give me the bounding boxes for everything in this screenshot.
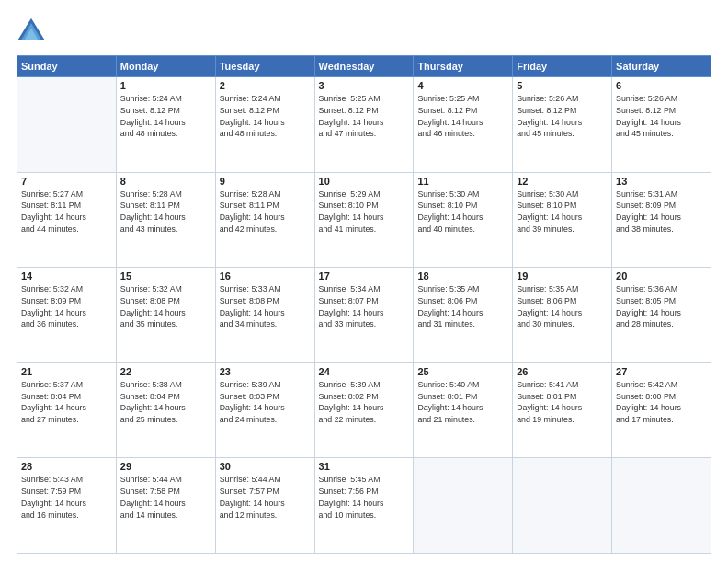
- page: SundayMondayTuesdayWednesdayThursdayFrid…: [0, 0, 728, 563]
- day-info: Sunrise: 5:28 AM Sunset: 8:11 PM Dayligh…: [220, 189, 311, 236]
- day-number: 19: [517, 270, 608, 282]
- day-info: Sunrise: 5:33 AM Sunset: 8:08 PM Dayligh…: [220, 283, 311, 330]
- day-info: Sunrise: 5:24 AM Sunset: 8:12 PM Dayligh…: [220, 93, 311, 140]
- day-info: Sunrise: 5:35 AM Sunset: 8:06 PM Dayligh…: [417, 283, 508, 330]
- day-header-tuesday: Tuesday: [215, 56, 314, 77]
- calendar-cell: 23Sunrise: 5:39 AM Sunset: 8:03 PM Dayli…: [215, 362, 314, 458]
- calendar-cell: 12Sunrise: 5:30 AM Sunset: 8:10 PM Dayli…: [513, 172, 612, 268]
- calendar-cell: 31Sunrise: 5:45 AM Sunset: 7:56 PM Dayli…: [314, 458, 414, 554]
- day-info: Sunrise: 5:32 AM Sunset: 8:08 PM Dayligh…: [120, 283, 211, 330]
- calendar-cell: 11Sunrise: 5:30 AM Sunset: 8:10 PM Dayli…: [414, 172, 513, 268]
- calendar-cell: 21Sunrise: 5:37 AM Sunset: 8:04 PM Dayli…: [17, 362, 117, 458]
- day-header-saturday: Saturday: [612, 56, 711, 77]
- calendar-cell: 3Sunrise: 5:25 AM Sunset: 8:12 PM Daylig…: [314, 77, 414, 173]
- calendar-cell: 26Sunrise: 5:41 AM Sunset: 8:01 PM Dayli…: [513, 362, 612, 458]
- day-number: 6: [616, 80, 707, 91]
- calendar-cell: 6Sunrise: 5:26 AM Sunset: 8:12 PM Daylig…: [612, 77, 711, 173]
- day-info: Sunrise: 5:40 AM Sunset: 8:01 PM Dayligh…: [417, 379, 508, 426]
- calendar-cell: 4Sunrise: 5:25 AM Sunset: 8:12 PM Daylig…: [414, 77, 513, 173]
- calendar-cell: 5Sunrise: 5:26 AM Sunset: 8:12 PM Daylig…: [513, 77, 612, 173]
- day-info: Sunrise: 5:38 AM Sunset: 8:04 PM Dayligh…: [120, 379, 211, 426]
- day-number: 17: [319, 270, 410, 282]
- day-number: 25: [417, 366, 508, 377]
- day-number: 21: [21, 366, 112, 377]
- day-number: 27: [616, 366, 707, 377]
- day-info: Sunrise: 5:29 AM Sunset: 8:10 PM Dayligh…: [319, 189, 410, 236]
- day-number: 16: [220, 270, 311, 282]
- day-number: 24: [319, 366, 410, 377]
- day-number: 30: [220, 461, 311, 472]
- day-number: 14: [21, 270, 112, 282]
- week-row-1: 1Sunrise: 5:24 AM Sunset: 8:12 PM Daylig…: [17, 77, 711, 173]
- day-info: Sunrise: 5:31 AM Sunset: 8:09 PM Dayligh…: [616, 189, 707, 236]
- day-info: Sunrise: 5:39 AM Sunset: 8:03 PM Dayligh…: [220, 379, 311, 426]
- calendar-cell: 8Sunrise: 5:28 AM Sunset: 8:11 PM Daylig…: [116, 172, 215, 268]
- calendar-cell: [414, 458, 513, 554]
- calendar-cell: 28Sunrise: 5:43 AM Sunset: 7:59 PM Dayli…: [17, 458, 117, 554]
- calendar-cell: 7Sunrise: 5:27 AM Sunset: 8:11 PM Daylig…: [17, 172, 117, 268]
- day-number: 13: [616, 176, 707, 187]
- day-number: 1: [120, 80, 211, 91]
- day-info: Sunrise: 5:26 AM Sunset: 8:12 PM Dayligh…: [616, 93, 707, 140]
- day-info: Sunrise: 5:44 AM Sunset: 7:57 PM Dayligh…: [220, 474, 311, 521]
- calendar-cell: 9Sunrise: 5:28 AM Sunset: 8:11 PM Daylig…: [215, 172, 314, 268]
- calendar-cell: 1Sunrise: 5:24 AM Sunset: 8:12 PM Daylig…: [116, 77, 215, 173]
- calendar-cell: 17Sunrise: 5:34 AM Sunset: 8:07 PM Dayli…: [314, 268, 414, 363]
- day-info: Sunrise: 5:44 AM Sunset: 7:58 PM Dayligh…: [120, 474, 211, 521]
- day-number: 22: [120, 366, 211, 377]
- day-info: Sunrise: 5:42 AM Sunset: 8:00 PM Dayligh…: [616, 379, 707, 426]
- calendar-cell: 24Sunrise: 5:39 AM Sunset: 8:02 PM Dayli…: [314, 362, 414, 458]
- calendar-cell: 2Sunrise: 5:24 AM Sunset: 8:12 PM Daylig…: [215, 77, 314, 173]
- calendar-cell: [513, 458, 612, 554]
- calendar-cell: 27Sunrise: 5:42 AM Sunset: 8:00 PM Dayli…: [612, 362, 711, 458]
- day-info: Sunrise: 5:34 AM Sunset: 8:07 PM Dayligh…: [319, 283, 410, 330]
- calendar-cell: 22Sunrise: 5:38 AM Sunset: 8:04 PM Dayli…: [116, 362, 215, 458]
- calendar-cell: 13Sunrise: 5:31 AM Sunset: 8:09 PM Dayli…: [612, 172, 711, 268]
- day-info: Sunrise: 5:32 AM Sunset: 8:09 PM Dayligh…: [21, 283, 112, 330]
- day-info: Sunrise: 5:27 AM Sunset: 8:11 PM Dayligh…: [21, 189, 112, 236]
- calendar-cell: 30Sunrise: 5:44 AM Sunset: 7:57 PM Dayli…: [215, 458, 314, 554]
- calendar-table: SundayMondayTuesdayWednesdayThursdayFrid…: [17, 55, 711, 554]
- day-info: Sunrise: 5:35 AM Sunset: 8:06 PM Dayligh…: [517, 283, 608, 330]
- logo-icon: [17, 17, 46, 46]
- day-number: 29: [120, 461, 211, 472]
- day-number: 20: [616, 270, 707, 282]
- day-header-friday: Friday: [513, 56, 612, 77]
- day-info: Sunrise: 5:43 AM Sunset: 7:59 PM Dayligh…: [21, 474, 112, 521]
- logo: [17, 17, 50, 46]
- day-info: Sunrise: 5:25 AM Sunset: 8:12 PM Dayligh…: [417, 93, 508, 140]
- calendar-cell: 15Sunrise: 5:32 AM Sunset: 8:08 PM Dayli…: [116, 268, 215, 363]
- day-number: 8: [120, 176, 211, 187]
- day-number: 26: [517, 366, 608, 377]
- day-info: Sunrise: 5:26 AM Sunset: 8:12 PM Dayligh…: [517, 93, 608, 140]
- day-number: 23: [220, 366, 311, 377]
- day-header-sunday: Sunday: [17, 56, 117, 77]
- day-number: 3: [319, 80, 410, 91]
- calendar-cell: 14Sunrise: 5:32 AM Sunset: 8:09 PM Dayli…: [17, 268, 117, 363]
- day-number: 10: [319, 176, 410, 187]
- week-row-2: 7Sunrise: 5:27 AM Sunset: 8:11 PM Daylig…: [17, 172, 711, 268]
- calendar-cell: 10Sunrise: 5:29 AM Sunset: 8:10 PM Dayli…: [314, 172, 414, 268]
- day-number: 9: [220, 176, 311, 187]
- calendar-cell: 20Sunrise: 5:36 AM Sunset: 8:05 PM Dayli…: [612, 268, 711, 363]
- day-number: 28: [21, 461, 112, 472]
- day-number: 4: [417, 80, 508, 91]
- day-header-monday: Monday: [116, 56, 215, 77]
- day-number: 31: [319, 461, 410, 472]
- calendar-header: SundayMondayTuesdayWednesdayThursdayFrid…: [17, 56, 711, 77]
- day-info: Sunrise: 5:30 AM Sunset: 8:10 PM Dayligh…: [417, 189, 508, 236]
- day-number: 11: [417, 176, 508, 187]
- header: [17, 17, 711, 46]
- day-number: 12: [517, 176, 608, 187]
- day-header-wednesday: Wednesday: [314, 56, 414, 77]
- day-info: Sunrise: 5:30 AM Sunset: 8:10 PM Dayligh…: [517, 189, 608, 236]
- day-info: Sunrise: 5:24 AM Sunset: 8:12 PM Dayligh…: [120, 93, 211, 140]
- calendar-cell: [612, 458, 711, 554]
- day-number: 7: [21, 176, 112, 187]
- week-row-3: 14Sunrise: 5:32 AM Sunset: 8:09 PM Dayli…: [17, 268, 711, 363]
- week-row-5: 28Sunrise: 5:43 AM Sunset: 7:59 PM Dayli…: [17, 458, 711, 554]
- calendar-cell: 18Sunrise: 5:35 AM Sunset: 8:06 PM Dayli…: [414, 268, 513, 363]
- day-header-thursday: Thursday: [414, 56, 513, 77]
- calendar-cell: [17, 77, 117, 173]
- week-row-4: 21Sunrise: 5:37 AM Sunset: 8:04 PM Dayli…: [17, 362, 711, 458]
